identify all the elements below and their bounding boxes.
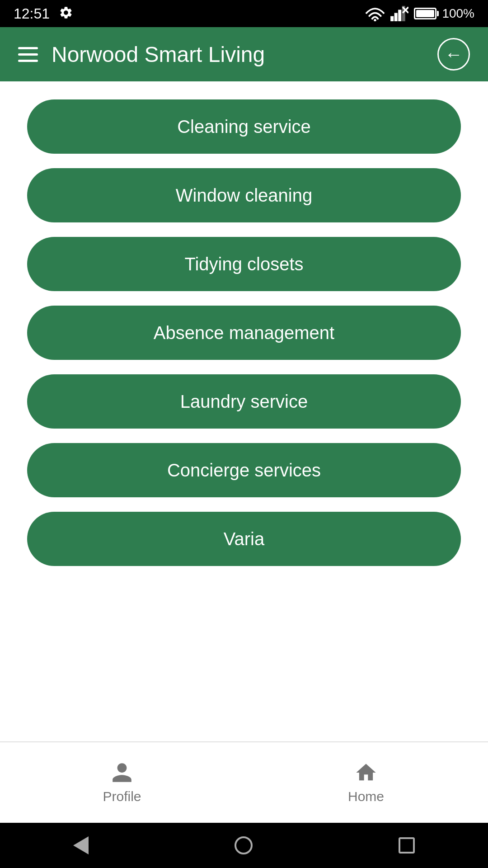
svg-point-0 [374, 19, 377, 21]
status-right-icons: 100% [365, 6, 474, 21]
wifi-icon [365, 6, 385, 21]
cleaning-service-button[interactable]: Cleaning service [27, 99, 461, 154]
main-content: Cleaning service Window cleaning Tidying… [0, 81, 488, 741]
absence-management-button[interactable]: Absence management [27, 306, 461, 360]
status-bar: 12:51 100% [0, 0, 488, 27]
android-recent-button[interactable] [399, 837, 415, 854]
gear-icon [59, 5, 73, 22]
status-time: 12:51 [14, 5, 50, 22]
laundry-service-button[interactable]: Laundry service [27, 374, 461, 429]
nav-label-home: Home [348, 789, 384, 804]
battery-percentage: 100% [442, 6, 474, 21]
android-back-button[interactable] [73, 836, 89, 854]
svg-rect-2 [394, 13, 398, 21]
tidying-closets-button[interactable]: Tidying closets [27, 237, 461, 291]
person-icon [110, 761, 134, 784]
nav-item-profile[interactable]: Profile [77, 761, 167, 804]
back-button[interactable]: ← [437, 38, 470, 71]
nav-label-profile: Profile [103, 789, 141, 804]
svg-rect-3 [399, 10, 402, 22]
app-bar: Norwood Smart Living ← [0, 27, 488, 81]
home-icon [354, 761, 378, 784]
signal-icon [390, 6, 408, 21]
window-cleaning-button[interactable]: Window cleaning [27, 168, 461, 222]
android-nav-bar [0, 823, 488, 868]
app-title: Norwood Smart Living [52, 42, 265, 67]
android-home-button[interactable] [235, 836, 253, 854]
hamburger-menu-button[interactable] [18, 47, 38, 62]
concierge-services-button[interactable]: Concierge services [27, 443, 461, 497]
battery-icon [414, 8, 436, 19]
back-arrow-icon: ← [445, 45, 463, 63]
svg-rect-1 [391, 16, 394, 21]
nav-item-home[interactable]: Home [321, 761, 411, 804]
bottom-navigation: Profile Home [0, 741, 488, 823]
varia-button[interactable]: Varia [27, 512, 461, 566]
